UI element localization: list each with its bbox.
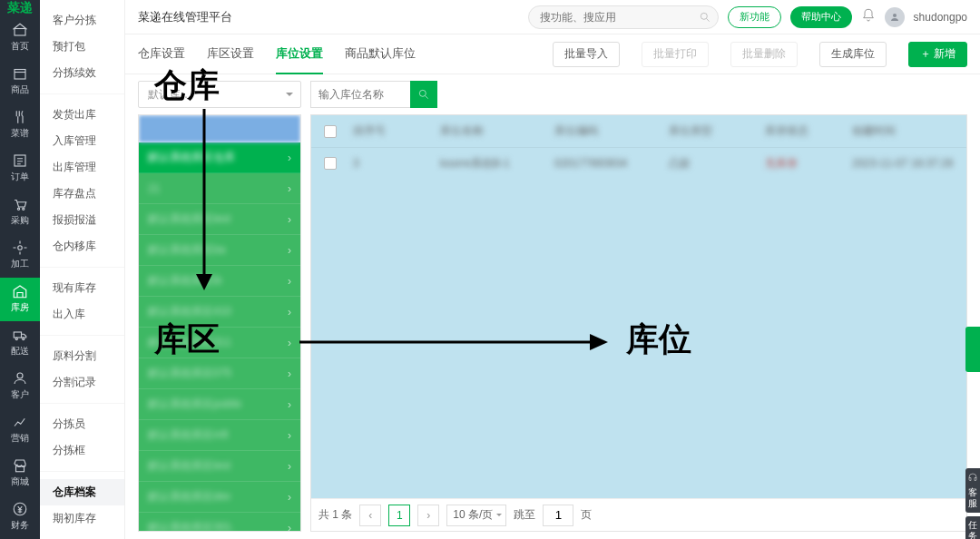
tree-item[interactable]: 默认系统库区301.›	[139, 513, 300, 531]
tree-header	[139, 115, 300, 142]
fork-icon	[12, 109, 28, 125]
nav-box[interactable]: 商品	[0, 60, 40, 103]
chart-icon	[12, 414, 28, 430]
sub-link[interactable]: 报损报溢	[40, 207, 124, 233]
global-search[interactable]	[528, 5, 719, 29]
chevron-right-icon: ›	[288, 522, 291, 532]
tree-item[interactable]: 默认系统库区mft›	[139, 420, 300, 451]
nav-list[interactable]: 订单	[0, 147, 40, 191]
dock-accent[interactable]	[965, 327, 980, 372]
tree-item[interactable]: 默认系统库区311›	[139, 328, 300, 358]
box-icon	[12, 65, 28, 82]
svg-point-4	[23, 208, 24, 210]
nav-label: 营销	[11, 432, 29, 445]
row-checkbox[interactable]	[324, 157, 337, 170]
location-search-input[interactable]	[310, 81, 410, 108]
svg-point-17	[701, 13, 707, 19]
svg-point-9	[17, 373, 23, 378]
sub-link[interactable]: 出入库	[40, 301, 124, 328]
avatar[interactable]	[885, 7, 905, 27]
pager-page-1[interactable]: 1	[388, 505, 410, 526]
pager-size-select[interactable]: 10 条/页	[446, 505, 506, 526]
sub-link[interactable]: 出库管理	[40, 154, 124, 181]
notifications-icon[interactable]	[861, 8, 876, 25]
username[interactable]: shudongpo	[914, 11, 967, 24]
dock-service[interactable]: 客服	[965, 468, 980, 513]
nav-tool[interactable]: 加工	[0, 234, 40, 278]
tab[interactable]: 库区设置	[207, 34, 254, 74]
sub-link[interactable]: 分拣续效	[40, 60, 124, 86]
tree-item[interactable]: 21›	[139, 173, 300, 204]
nav-label: 菜谱	[11, 127, 29, 140]
sub-link[interactable]: 期初库存	[40, 505, 124, 532]
svg-rect-0	[15, 29, 25, 36]
tab[interactable]: 仓库设置	[138, 34, 185, 74]
tree-item[interactable]: 默认系统库区ba›	[139, 235, 300, 266]
nav-home[interactable]: 首页	[0, 16, 40, 60]
generate-location-button[interactable]: 生成库位	[819, 42, 887, 67]
location-search-button[interactable]	[410, 81, 437, 108]
pager-prev[interactable]: ‹	[359, 505, 381, 526]
nav-label: 订单	[11, 171, 29, 183]
global-search-input[interactable]	[528, 5, 719, 29]
nav-user[interactable]: 客户	[0, 365, 40, 408]
tree-item[interactable]: 默认系统库区publix›	[139, 389, 300, 420]
tab[interactable]: 商品默认库位	[345, 34, 416, 74]
pager-next[interactable]: ›	[417, 505, 439, 526]
nav-shop[interactable]: 商城	[0, 452, 40, 495]
sub-link[interactable]: 仓库档案	[40, 479, 124, 505]
headset-icon	[967, 472, 978, 483]
chevron-right-icon: ›	[288, 213, 291, 226]
chevron-right-icon: ›	[288, 368, 291, 380]
help-center-button[interactable]: 帮助中心	[790, 6, 852, 28]
batch-delete-button[interactable]: 批量删除	[730, 42, 798, 67]
tree-item-label: 默认系统库区ba	[148, 242, 288, 258]
tree-item-label: 默认系统库区075	[148, 366, 288, 381]
tree-item[interactable]: 默认系统库区075›	[139, 358, 300, 389]
nav-warehouse[interactable]: 库房	[0, 278, 40, 321]
tree-item[interactable]: 默认系统库区410›	[139, 297, 300, 328]
tree-item-label: 默认系统库区lb	[148, 273, 288, 289]
warehouse-select[interactable]: 默认库…	[138, 81, 301, 108]
tree-item[interactable]: 默认系统库区仓库›	[139, 142, 300, 173]
chevron-right-icon: ›	[288, 460, 291, 473]
sub-link[interactable]: 库存盘点	[40, 181, 124, 207]
location-table: 排序号 库位名称 库位编码 库位类型 库存状态 创建时间 3koorre系统B-…	[310, 114, 967, 532]
pagination: 共 1 条 ‹ 1 › 10 条/页 跳至 页	[311, 498, 966, 531]
sub-link[interactable]: 原料分割	[40, 343, 124, 369]
truck-icon	[12, 327, 28, 343]
nav-cart[interactable]: 采购	[0, 191, 40, 234]
col-type: 库位类型	[669, 123, 750, 139]
list-icon	[12, 152, 28, 169]
tree-item[interactable]: 默认系统库区text›	[139, 204, 300, 235]
nav-label: 财务	[11, 519, 29, 532]
table-row[interactable]: 3koorre系统B-1020177893934凸架无库存2023-11-07 …	[311, 148, 966, 179]
sub-link[interactable]: 分割记录	[40, 369, 124, 396]
sub-link[interactable]: 客户分拣	[40, 7, 124, 34]
nav-chart[interactable]: 营销	[0, 408, 40, 452]
pager-jump-input[interactable]	[543, 505, 573, 526]
batch-print-button[interactable]: 批量打印	[642, 42, 709, 67]
sub-link[interactable]: 发货出库	[40, 102, 124, 128]
pager-jump-label: 跳至	[514, 507, 535, 523]
nav-yen[interactable]: 财务	[0, 495, 40, 539]
add-new-button[interactable]: ＋ 新增	[908, 42, 967, 67]
select-all-checkbox[interactable]	[324, 125, 337, 138]
nav-fork[interactable]: 菜谱	[0, 103, 40, 147]
batch-import-button[interactable]: 批量导入	[553, 42, 620, 67]
sub-link[interactable]: 现有库存	[40, 275, 124, 301]
sub-link[interactable]: 入库管理	[40, 128, 124, 154]
tree-item[interactable]: 默认系统库区lb›	[139, 266, 300, 297]
sub-link[interactable]: 预打包	[40, 34, 124, 60]
tree-item[interactable]: 默认系统库区test›	[139, 451, 300, 482]
dock-task[interactable]: 任务	[965, 516, 980, 539]
sub-link[interactable]: 分拣框	[40, 437, 124, 464]
tree-item[interactable]: 默认系统库区dev›	[139, 482, 300, 513]
new-feature-button[interactable]: 新功能	[728, 6, 781, 28]
nav-truck[interactable]: 配送	[0, 321, 40, 365]
sub-link[interactable]: 分拣员	[40, 411, 124, 437]
tab[interactable]: 库位设置	[276, 34, 323, 74]
tree-item-label: 默认系统库区301.	[148, 520, 288, 531]
sub-link[interactable]: 仓内移库	[40, 233, 124, 260]
svg-rect-1	[15, 70, 25, 80]
